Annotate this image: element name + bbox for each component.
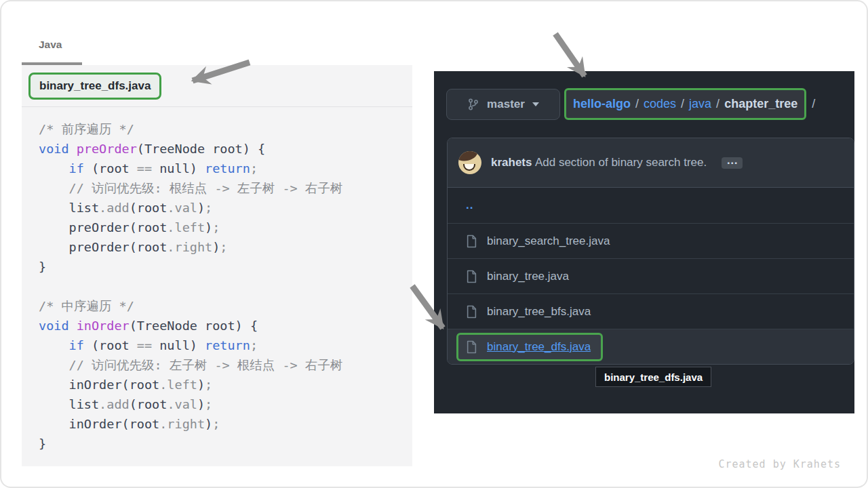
code-line: inOrder(root.left); <box>39 375 412 394</box>
breadcrumb-current-folder: chapter_tree <box>724 97 797 111</box>
file-name[interactable]: binary_search_tree.java <box>487 235 610 248</box>
commit-author-link[interactable]: krahets <box>491 156 532 169</box>
branch-selector-button[interactable]: master <box>446 89 560 120</box>
branch-label: master <box>487 98 525 111</box>
filename-highlight-box: binary_tree_dfs.java <box>28 73 161 100</box>
file-row-highlighted[interactable]: binary_tree_dfs.java <box>448 329 854 364</box>
parent-dir-link[interactable]: .. <box>466 199 473 212</box>
code-line: list.add(root.val); <box>39 198 412 218</box>
file-name[interactable]: binary_tree.java <box>487 270 569 283</box>
breadcrumb-repo-link[interactable]: hello-algo <box>573 97 631 111</box>
file-row[interactable]: binary_search_tree.java <box>448 223 854 258</box>
code-line: void inOrder(TreeNode root) { <box>39 316 412 336</box>
code-line: /* 前序遍历 */ <box>39 119 412 139</box>
code-line: } <box>39 257 412 277</box>
filename-label: binary_tree_dfs.java <box>39 79 151 92</box>
latest-commit-bar: krahets Add section of binary search tre… <box>448 138 854 188</box>
breadcrumb-codes-link[interactable]: codes <box>644 97 676 111</box>
editor-header: binary_tree_dfs.java <box>22 65 412 107</box>
file-list-box: krahets Add section of binary search tre… <box>447 138 854 365</box>
file-name[interactable]: binary_tree_bfs.java <box>487 305 591 319</box>
breadcrumb-separator: / <box>681 97 684 111</box>
file-row-parent-dir[interactable]: .. <box>448 188 854 223</box>
file-row[interactable]: binary_tree.java <box>448 258 854 293</box>
code-line: /* 中序遍历 */ <box>39 296 412 316</box>
file-icon <box>466 305 477 319</box>
code-line <box>39 277 412 296</box>
code-line: } <box>39 434 412 453</box>
code-editor-panel: binary_tree_dfs.java /* 前序遍历 */void preO… <box>22 65 412 466</box>
breadcrumb-java-link[interactable]: java <box>689 97 711 111</box>
footer-credit: Created by Krahets <box>718 458 841 470</box>
filename-tooltip: binary_tree_dfs.java <box>595 367 711 387</box>
commit-message: Add section of binary search tree. <box>535 156 707 169</box>
file-link-binary-tree-dfs[interactable]: binary_tree_dfs.java <box>487 340 591 354</box>
arrow-to-breadcrumb <box>555 34 585 76</box>
code-line: // 访问优先级: 根结点 -> 左子树 -> 右子树 <box>39 178 412 198</box>
code-line: preOrder(root.left); <box>39 218 412 237</box>
code-line: list.add(root.val); <box>39 394 412 414</box>
breadcrumb-highlight-box: hello-algo / codes / java / chapter_tree <box>564 88 806 120</box>
file-icon <box>466 340 477 354</box>
code-line: // 访问优先级: 左子树 -> 根结点 -> 右子树 <box>39 355 412 375</box>
tab-java[interactable]: Java <box>39 39 62 51</box>
repo-toolbar: master hello-algo / codes / java / chapt… <box>446 88 815 120</box>
github-file-browser: master hello-algo / codes / java / chapt… <box>434 71 854 413</box>
breadcrumb-separator: / <box>635 97 639 111</box>
user-avatar <box>458 151 481 174</box>
code-line: if (root == null) return; <box>39 336 412 355</box>
code-block: /* 前序遍历 */void preOrder(TreeNode root) {… <box>22 107 412 453</box>
code-line: void preOrder(TreeNode root) { <box>39 139 412 159</box>
chevron-down-icon <box>532 102 539 106</box>
code-line: preOrder(root.right); <box>39 237 412 257</box>
file-icon <box>466 270 477 283</box>
code-line: inOrder(root.right); <box>39 414 412 434</box>
breadcrumb-separator: / <box>716 97 719 111</box>
file-icon <box>466 235 477 248</box>
commit-more-button[interactable]: … <box>722 157 743 169</box>
breadcrumb-trailing-slash: / <box>812 97 815 111</box>
code-line: if (root == null) return; <box>39 159 412 178</box>
file-highlight-box: binary_tree_dfs.java <box>456 333 603 361</box>
screenshot-canvas: Java binary_tree_dfs.java /* 前序遍历 */void… <box>0 0 868 488</box>
file-row[interactable]: binary_tree_bfs.java <box>448 293 854 329</box>
git-branch-icon <box>467 98 479 110</box>
